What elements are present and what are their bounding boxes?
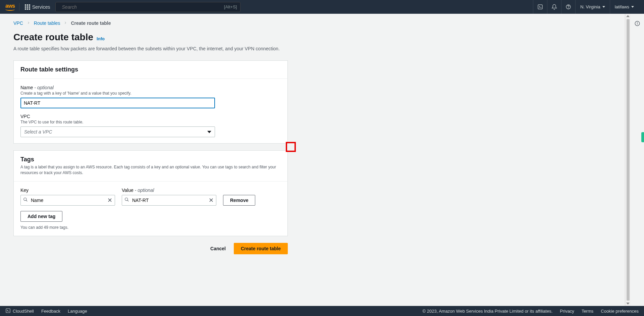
help-icon bbox=[566, 4, 571, 10]
svg-line-7 bbox=[26, 200, 28, 201]
tags-title: Tags bbox=[20, 156, 281, 163]
aws-logo[interactable]: aws bbox=[5, 3, 19, 11]
footer-cloudshell[interactable]: CloudShell bbox=[5, 308, 34, 314]
main-content: VPC Route tables Create route table Crea… bbox=[0, 14, 625, 306]
add-tag-button[interactable]: Add new tag bbox=[20, 211, 62, 222]
grid-icon bbox=[25, 4, 30, 10]
footer: CloudShell Feedback Language © 2023, Ama… bbox=[0, 306, 644, 316]
vpc-hint: The VPC to use for this route table. bbox=[20, 120, 281, 124]
services-menu[interactable]: Services bbox=[25, 4, 50, 10]
search-icon bbox=[124, 197, 129, 203]
scroll-up-icon[interactable] bbox=[626, 15, 630, 17]
top-navigation: aws Services [Alt+S] N. Virginia bbox=[0, 0, 644, 14]
svg-line-9 bbox=[127, 200, 129, 201]
info-link[interactable]: Info bbox=[97, 36, 105, 41]
tag-limit-text: You can add 49 more tags. bbox=[20, 225, 281, 230]
breadcrumb-vpc[interactable]: VPC bbox=[13, 20, 23, 26]
clear-value-button[interactable]: ✕ bbox=[209, 197, 214, 204]
name-label: Name - optional bbox=[20, 85, 281, 90]
notifications-button[interactable] bbox=[547, 0, 561, 14]
breadcrumb-route-tables[interactable]: Route tables bbox=[34, 20, 60, 26]
tag-row: ✕ ✕ Remove bbox=[20, 195, 281, 206]
cloudshell-icon bbox=[5, 308, 11, 314]
chevron-right-icon bbox=[63, 20, 67, 26]
remove-tag-button[interactable]: Remove bbox=[223, 195, 255, 206]
footer-copyright: © 2023, Amazon Web Services India Privat… bbox=[423, 309, 553, 314]
tags-panel: Tags A tag is a label that you assign to… bbox=[13, 150, 288, 236]
cloudshell-button[interactable] bbox=[533, 0, 547, 14]
svg-point-12 bbox=[637, 22, 638, 23]
cancel-button[interactable]: Cancel bbox=[206, 243, 230, 254]
chevron-right-icon bbox=[26, 20, 31, 26]
form-actions: Cancel Create route table bbox=[13, 243, 288, 254]
page-title: Create route table bbox=[13, 32, 93, 43]
footer-language[interactable]: Language bbox=[68, 309, 87, 314]
route-table-settings-panel: Route table settings Name - optional Cre… bbox=[13, 60, 288, 144]
help-button[interactable] bbox=[561, 0, 575, 14]
tag-key-header: Key bbox=[20, 188, 115, 193]
name-input[interactable] bbox=[20, 98, 215, 108]
search-icon bbox=[23, 197, 28, 203]
search-shortcut: [Alt+S] bbox=[224, 4, 237, 9]
footer-cookies[interactable]: Cookie preferences bbox=[601, 309, 639, 314]
scroll-thumb[interactable] bbox=[627, 19, 630, 301]
region-selector[interactable]: N. Virginia bbox=[575, 0, 610, 14]
user-menu[interactable]: latifaws bbox=[610, 0, 639, 14]
footer-feedback[interactable]: Feedback bbox=[41, 309, 60, 314]
info-panel-toggle[interactable] bbox=[631, 14, 644, 306]
vertical-scrollbar[interactable] bbox=[625, 14, 631, 306]
vpc-placeholder: Select a VPC bbox=[24, 129, 52, 135]
scroll-down-icon[interactable] bbox=[626, 303, 630, 305]
settings-panel-title: Route table settings bbox=[20, 66, 281, 73]
name-hint: Create a tag with a key of 'Name' and a … bbox=[20, 91, 281, 96]
clear-key-button[interactable]: ✕ bbox=[107, 197, 112, 204]
vpc-select[interactable]: Select a VPC bbox=[20, 126, 215, 137]
caret-down-icon bbox=[631, 6, 634, 8]
page-description: A route table specifies how packets are … bbox=[13, 45, 282, 52]
tags-description: A tag is a label that you assign to an A… bbox=[20, 164, 281, 176]
breadcrumbs: VPC Route tables Create route table bbox=[13, 20, 611, 26]
breadcrumb-current: Create route table bbox=[71, 20, 111, 26]
tag-value-header: Value - optional bbox=[122, 188, 216, 193]
create-route-table-button[interactable]: Create route table bbox=[234, 243, 288, 254]
side-tab[interactable] bbox=[641, 132, 644, 142]
footer-terms[interactable]: Terms bbox=[582, 309, 593, 314]
svg-point-8 bbox=[125, 198, 128, 200]
footer-privacy[interactable]: Privacy bbox=[560, 309, 574, 314]
cloudshell-icon bbox=[537, 4, 543, 10]
topnav-right: N. Virginia latifaws bbox=[533, 0, 639, 14]
tag-value-input[interactable] bbox=[122, 195, 216, 206]
caret-down-icon bbox=[207, 131, 211, 133]
services-label: Services bbox=[32, 4, 50, 10]
global-search[interactable]: [Alt+S] bbox=[55, 2, 240, 12]
svg-point-5 bbox=[568, 8, 569, 8]
bell-icon bbox=[551, 4, 557, 10]
vpc-label: VPC bbox=[20, 114, 281, 119]
search-input[interactable] bbox=[62, 4, 221, 10]
svg-point-6 bbox=[24, 198, 26, 200]
info-icon bbox=[634, 20, 640, 27]
highlight-box bbox=[286, 142, 296, 152]
caret-down-icon bbox=[602, 6, 605, 8]
tag-key-input[interactable] bbox=[20, 195, 115, 206]
